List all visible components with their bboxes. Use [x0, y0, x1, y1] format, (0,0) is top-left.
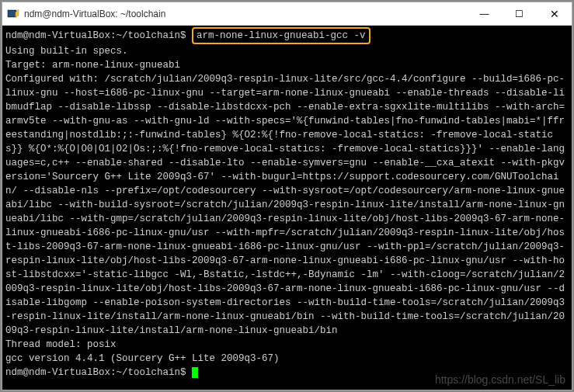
terminal-output[interactable]: ndm@ndm-VirtualBox:~/toolchain$ arm-none…	[2, 26, 572, 390]
window-title: ndm@ndm-VirtualBox: ~/toolchain	[24, 9, 467, 19]
putty-icon	[7, 8, 19, 20]
terminal-config-block: Configured with: /scratch/julian/2009q3-…	[5, 74, 565, 336]
highlighted-command: arm-none-linux-gnueabi-gcc -v	[192, 27, 370, 44]
putty-window: ndm@ndm-VirtualBox: ~/toolchain — ☐ ✕ nd…	[2, 2, 572, 390]
terminal-line: Thread model: posix	[5, 339, 117, 350]
minimize-button[interactable]: —	[467, 2, 502, 25]
close-button[interactable]: ✕	[537, 2, 572, 25]
watermark-text: https://blog.csdn.net/SL_lib	[435, 373, 565, 387]
shell-prompt: ndm@ndm-VirtualBox:~/toolchain$	[5, 367, 186, 378]
terminal-line: gcc version 4.4.1 (Sourcery G++ Lite 200…	[5, 353, 280, 364]
shell-prompt: ndm@ndm-VirtualBox:~/toolchain$	[5, 30, 186, 41]
titlebar[interactable]: ndm@ndm-VirtualBox: ~/toolchain — ☐ ✕	[2, 2, 572, 26]
maximize-button[interactable]: ☐	[502, 2, 537, 25]
svg-rect-1	[9, 11, 16, 16]
window-controls: — ☐ ✕	[467, 2, 572, 25]
terminal-line: Target: arm-none-linux-gnueabi	[5, 60, 180, 71]
cursor	[192, 367, 198, 378]
terminal-line: Using built-in specs.	[5, 46, 128, 57]
